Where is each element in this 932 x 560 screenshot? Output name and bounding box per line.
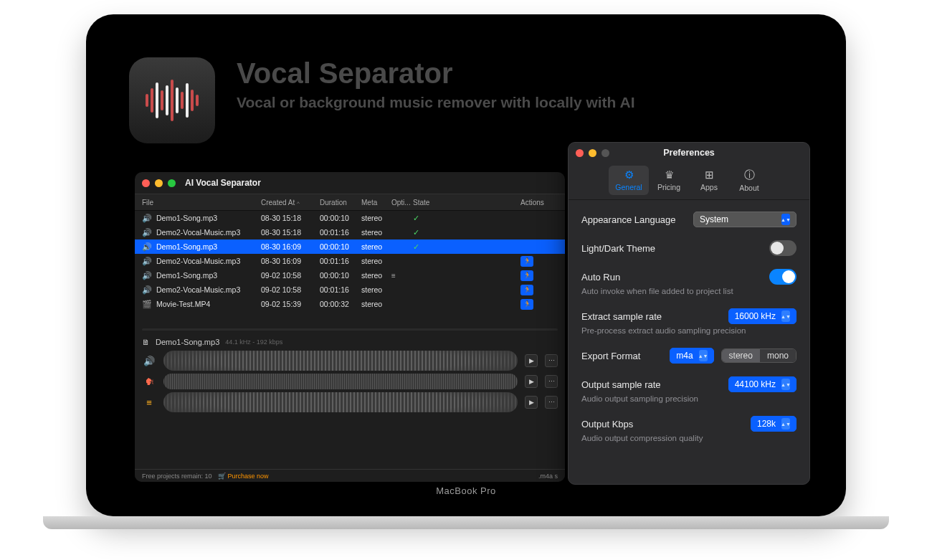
- meta: stereo: [361, 271, 391, 280]
- state: ✓: [413, 228, 520, 237]
- file-name: Demo1-Song.mp3: [156, 242, 217, 251]
- hero-title: Vocal Separator: [237, 57, 634, 90]
- prefs-title: Preferences: [569, 148, 809, 158]
- extract-rate-label: Extract sample rate: [581, 311, 662, 322]
- seg-mono[interactable]: mono: [760, 349, 796, 362]
- main-window: AI Vocal Separator File Created At ^ Dur…: [135, 172, 565, 482]
- play-button[interactable]: ▶: [525, 396, 538, 409]
- output-rate-select[interactable]: 44100 kHz ▲▼: [728, 376, 797, 392]
- table-row[interactable]: 🔊Demo1-Song.mp309-02 10:5800:00:10stereo…: [135, 268, 565, 283]
- state: ✓: [413, 242, 520, 251]
- table-row[interactable]: 🔊Demo2-Vocal-Music.mp309-02 10:5800:01:1…: [135, 283, 565, 297]
- zoom-icon[interactable]: [168, 179, 176, 187]
- pref-output-rate: Output sample rate 44100 kHz ▲▼ Audio ou…: [581, 376, 797, 403]
- channel-segmented[interactable]: stereo mono: [721, 348, 797, 363]
- prefs-tabs: ⚙General♛Pricing⊞AppsⓘAbout: [569, 163, 809, 200]
- file-icon: 🗎: [142, 338, 150, 346]
- window-title: AI Vocal Separator: [185, 178, 261, 188]
- audio-icon: 🎬: [142, 300, 152, 309]
- pref-autorun: Auto Run Auto invoke when file added to …: [581, 269, 797, 295]
- chevron-updown-icon: ▲▼: [781, 214, 790, 225]
- now-file: Demo1-Song.mp3: [156, 338, 219, 346]
- meta: stereo: [361, 300, 391, 308]
- meta: stereo: [361, 214, 391, 222]
- created-at: 08-30 15:18: [261, 228, 320, 237]
- speaker-icon[interactable]: 🔊: [142, 356, 156, 366]
- duration: 00:00:10: [320, 271, 361, 280]
- theme-label: Light/Dark Theme: [581, 243, 655, 254]
- autorun-toggle[interactable]: [769, 269, 797, 285]
- tab-general[interactable]: ⚙General: [609, 166, 649, 195]
- waveform-vocal[interactable]: [163, 374, 518, 389]
- col-meta[interactable]: Meta: [361, 199, 391, 207]
- pref-theme: Light/Dark Theme: [581, 240, 797, 256]
- output-rate-sub: Audio output sampling precision: [581, 394, 797, 403]
- waveform-mix[interactable]: [163, 351, 518, 371]
- created-at: 08-30 16:09: [261, 242, 320, 251]
- vocal-icon[interactable]: 🗣: [142, 376, 156, 387]
- duration: 00:00:32: [320, 300, 361, 308]
- table-row[interactable]: 🎬Movie-Test.MP409-02 15:3900:00:32stereo…: [135, 297, 565, 311]
- tab-pricing[interactable]: ♛Pricing: [649, 166, 689, 195]
- duration: 00:01:16: [320, 228, 361, 237]
- run-button[interactable]: 🏃: [520, 270, 533, 281]
- export-format-select[interactable]: m4a ▲▼: [670, 348, 713, 364]
- purchase-link[interactable]: 🛒 Purchase now: [218, 473, 269, 480]
- run-button[interactable]: 🏃: [520, 299, 533, 310]
- col-duration[interactable]: Duration: [320, 199, 361, 207]
- col-file[interactable]: File: [135, 199, 261, 207]
- duration: 00:01:16: [320, 257, 361, 265]
- run-button[interactable]: 🏃: [520, 285, 533, 295]
- pricing-icon: ♛: [650, 169, 688, 181]
- laptop-brand: MacBook Pro: [100, 485, 832, 496]
- chevron-updown-icon: ▲▼: [699, 350, 708, 361]
- table-header: File Created At ^ Duration Meta Opti... …: [135, 194, 565, 211]
- more-button[interactable]: ⋯: [545, 375, 558, 388]
- run-button[interactable]: 🏃: [520, 256, 533, 267]
- appearance-language-label: Appearance Language: [581, 214, 676, 225]
- tab-apps[interactable]: ⊞Apps: [689, 166, 729, 195]
- tab-about[interactable]: ⓘAbout: [729, 166, 769, 195]
- waveform-icon: [146, 80, 199, 121]
- now-playing: 🗎 Demo1-Song.mp3 44.1 kHz - 192 kbps: [135, 331, 565, 349]
- col-options[interactable]: Opti...: [391, 199, 413, 207]
- pref-appearance-language: Appearance Language System ▲▼: [581, 212, 797, 227]
- table-row[interactable]: 🔊Demo2-Vocal-Music.mp308-30 16:0900:01:1…: [135, 254, 565, 268]
- minimize-icon[interactable]: [155, 179, 163, 187]
- output-kbps-select[interactable]: 128k ▲▼: [751, 416, 797, 432]
- options[interactable]: ≡: [391, 271, 413, 280]
- theme-toggle[interactable]: [769, 240, 797, 256]
- play-button[interactable]: ▶: [525, 375, 538, 388]
- tab-label: Pricing: [657, 183, 680, 191]
- col-actions[interactable]: Actions: [520, 199, 558, 207]
- duration: 00:00:10: [320, 214, 361, 222]
- music-icon[interactable]: ≡: [142, 397, 156, 408]
- col-state[interactable]: State: [413, 199, 520, 207]
- extract-rate-sub: Pre-process extract audio sampling preci…: [581, 326, 797, 335]
- state: ✓: [413, 214, 520, 222]
- main-footer: Free projects remain: 10 🛒 Purchase now …: [135, 469, 565, 482]
- chevron-updown-icon: ▲▼: [781, 379, 790, 390]
- table-body: 🔊Demo1-Song.mp308-30 15:1800:00:10stereo…: [135, 211, 565, 311]
- audio-icon: 🔊: [142, 214, 152, 223]
- seg-stereo[interactable]: stereo: [722, 349, 760, 362]
- created-at: 08-30 16:09: [261, 257, 320, 265]
- tab-label: Apps: [700, 183, 718, 191]
- table-row[interactable]: 🔊Demo1-Song.mp308-30 15:1800:00:10stereo…: [135, 211, 565, 225]
- more-button[interactable]: ⋯: [545, 354, 558, 367]
- more-button[interactable]: ⋯: [545, 396, 558, 409]
- col-created[interactable]: Created At ^: [261, 199, 320, 207]
- audio-icon: 🔊: [142, 228, 152, 237]
- appearance-language-select[interactable]: System ▲▼: [693, 212, 797, 227]
- extract-rate-select[interactable]: 16000 kHz ▲▼: [728, 308, 797, 324]
- tab-label: General: [615, 183, 642, 191]
- apps-icon: ⊞: [690, 169, 728, 181]
- table-row[interactable]: 🔊Demo1-Song.mp308-30 16:0900:00:10stereo…: [135, 239, 565, 254]
- general-icon: ⚙: [610, 169, 647, 181]
- autorun-label: Auto Run: [581, 272, 620, 283]
- audio-icon: 🔊: [142, 285, 152, 295]
- play-button[interactable]: ▶: [525, 354, 538, 367]
- waveform-music[interactable]: [163, 392, 518, 412]
- close-icon[interactable]: [142, 179, 150, 187]
- table-row[interactable]: 🔊Demo2-Vocal-Music.mp308-30 15:1800:01:1…: [135, 225, 565, 239]
